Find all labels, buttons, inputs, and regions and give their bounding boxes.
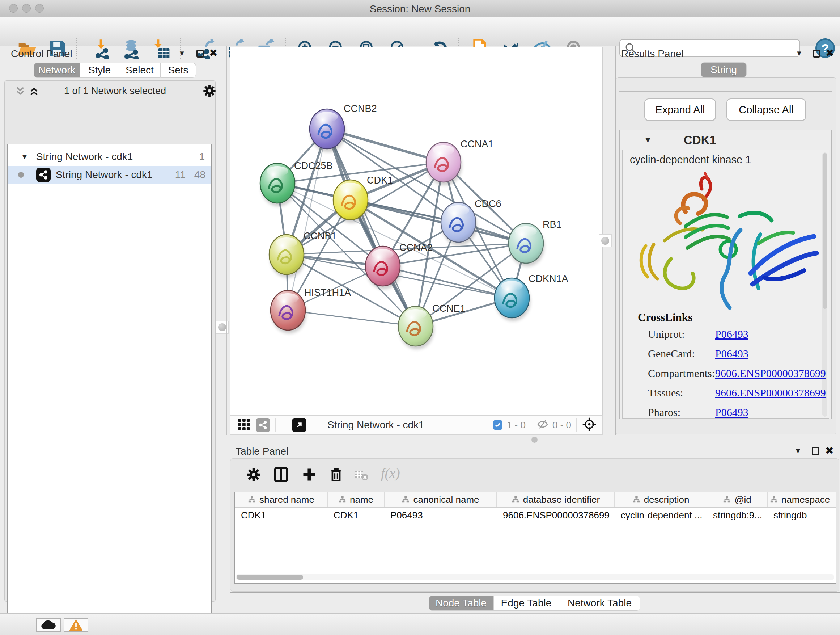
crosslink-pharos-link[interactable]: P06493 (715, 406, 748, 418)
column-header[interactable]: description (615, 492, 707, 507)
crosslink-compartments-link[interactable]: 9606.ENSP00000378699 (715, 367, 826, 379)
control-panel-float-icon[interactable] (196, 50, 204, 57)
network-collection-row[interactable]: ▼ String Network - cdk1 1 (8, 148, 211, 165)
protein-structure-image (631, 169, 819, 314)
tab-network-table[interactable]: Network Table (559, 595, 640, 611)
grid-view-icon[interactable] (237, 417, 251, 432)
network-node-ccnb2[interactable]: CCNB2 (309, 103, 377, 152)
column-header[interactable]: shared name (235, 492, 328, 507)
table-panel-float-icon[interactable] (812, 447, 819, 455)
network-node-cdc6[interactable]: CDC6 (441, 198, 501, 245)
crosslink-tissues-link[interactable]: 9606.ENSP00000378699 (715, 386, 826, 399)
network-node-cdc25b[interactable]: CDC25B (260, 160, 333, 206)
network-thumbnail-icon[interactable] (256, 418, 270, 432)
toolbar-separator (531, 418, 531, 432)
toolbar-separator (275, 418, 276, 432)
cell-shared-name[interactable]: CDK1 (235, 508, 328, 523)
network-row[interactable]: String Network - cdk1 11 48 (8, 166, 211, 184)
results-scrollbar-thumb[interactable] (823, 153, 827, 309)
network-node-cdk1[interactable]: CDK1 (333, 175, 393, 223)
column-header[interactable]: name (328, 492, 385, 507)
collection-expander-icon[interactable]: ▼ (21, 153, 28, 161)
network-node-ccnb1[interactable]: CCNB1 (269, 231, 337, 278)
add-column-icon[interactable] (302, 467, 317, 484)
cell-description[interactable]: cyclin-dependent ... (615, 508, 707, 523)
status-bar: Memory (0, 613, 840, 635)
cell-name[interactable]: CDK1 (328, 508, 385, 523)
birds-eye-view-icon[interactable] (292, 418, 306, 432)
collapse-all-networks-icon[interactable] (14, 86, 27, 98)
network-options-gear-icon[interactable] (202, 84, 217, 100)
title-bar: Session: New Session (0, 0, 840, 17)
warning-icon (69, 619, 82, 631)
collection-count: 1 (199, 151, 205, 163)
tab-style[interactable]: Style (80, 63, 119, 78)
expand-all-button[interactable]: Expand All (644, 98, 716, 121)
right-splitter-handle[interactable] (599, 234, 612, 247)
results-panel-title: Results Panel (621, 48, 684, 60)
crosslink-genecard-link[interactable]: P06493 (715, 348, 748, 360)
tab-network[interactable]: Network (34, 63, 80, 78)
table-panel-menu-caret-icon[interactable]: ▼ (794, 447, 802, 455)
results-panel-float-icon[interactable] (813, 50, 820, 57)
network-row-label: String Network - cdk1 (56, 169, 153, 181)
collection-label: String Network - cdk1 (36, 151, 133, 163)
automation-cloud-button[interactable] (36, 618, 61, 632)
center-view-crosshair-icon[interactable] (582, 417, 597, 433)
results-panel-close-icon[interactable]: ✖ (826, 48, 834, 58)
selected-nodes-checkbox-icon[interactable] (493, 420, 502, 430)
table-horizontal-scrollbar[interactable] (236, 574, 834, 580)
column-header[interactable]: database identifier (497, 492, 615, 507)
network-node-ccne1[interactable]: CCNE1 (398, 303, 466, 349)
network-graph[interactable]: CCNB2CCNA1CDC25BCDK1CDC6RB1CCNB1CCNA2CDK… (231, 48, 602, 415)
network-edge[interactable] (288, 310, 416, 326)
network-edge-count: 48 (194, 169, 205, 181)
collapse-all-button[interactable]: Collapse All (726, 98, 806, 121)
cell-database-identifier[interactable]: 9606.ENSP00000378699 (497, 508, 615, 523)
column-header[interactable]: namespace (767, 492, 832, 507)
crosslink-uniprot-link[interactable]: P06493 (715, 328, 748, 340)
table-panel-divider (230, 592, 840, 593)
tab-edge-table[interactable]: Edge Table (493, 595, 559, 611)
main-toolbar: ? (0, 17, 840, 46)
network-node-cdkn1a[interactable]: CDKN1A (494, 273, 568, 321)
string-network-icon (36, 168, 51, 182)
show-columns-icon[interactable] (273, 467, 289, 484)
table-row[interactable]: CDK1 CDK1 P06493 9606.ENSP00000378699 cy… (235, 508, 836, 523)
tab-node-table[interactable]: Node Table (429, 595, 493, 611)
control-panel-close-icon[interactable]: ✖ (209, 48, 218, 58)
tab-select[interactable]: Select (119, 63, 160, 78)
column-header[interactable]: canonical name (385, 492, 497, 507)
results-panel-menu-caret-icon[interactable]: ▼ (796, 49, 803, 57)
expand-all-networks-icon[interactable] (28, 86, 40, 98)
network-node-hist1h1a[interactable]: HIST1H1A (271, 287, 351, 333)
window-title: Session: New Session (0, 3, 840, 15)
node-table-header: shared name name canonical name database… (235, 492, 836, 508)
network-view-title: String Network - cdk1 (327, 419, 424, 431)
node-label: CCNB1 (303, 231, 337, 241)
cell-namespace[interactable]: stringdb (767, 508, 832, 523)
warnings-button[interactable] (64, 618, 88, 632)
crosslink-label: Tissues: (648, 386, 683, 399)
gene-symbol: CDK1 (684, 133, 716, 147)
control-panel-menu-caret-icon[interactable]: ▼ (178, 49, 186, 57)
node-label: CCNA1 (461, 139, 494, 149)
table-panel-close-icon[interactable]: ✖ (825, 446, 834, 456)
cell-id[interactable]: stringdb:9... (707, 508, 767, 523)
network-node-rb1[interactable]: RB1 (508, 219, 562, 266)
network-canvas[interactable]: CCNB2CCNA1CDC25BCDK1CDC6RB1CCNB1CCNA2CDK… (230, 47, 603, 415)
cell-canonical-name[interactable]: P06493 (385, 508, 497, 523)
table-options-gear-icon[interactable] (246, 467, 262, 484)
control-panel-title: Control Panel (11, 48, 73, 60)
column-header[interactable]: @id (707, 492, 767, 507)
horizontal-splitter-handle[interactable] (531, 437, 538, 443)
tab-sets[interactable]: Sets (160, 63, 196, 78)
delete-column-trash-icon[interactable] (328, 467, 344, 484)
toolbar-separator (576, 418, 577, 432)
hidden-count: 0 - 0 (553, 420, 571, 431)
tab-string[interactable]: String (701, 62, 747, 78)
network-edge[interactable] (288, 129, 327, 310)
node-label: HIST1H1A (304, 287, 351, 298)
table-scrollbar-thumb[interactable] (237, 575, 303, 580)
gene-section-expander-icon[interactable]: ▼ (644, 135, 652, 145)
